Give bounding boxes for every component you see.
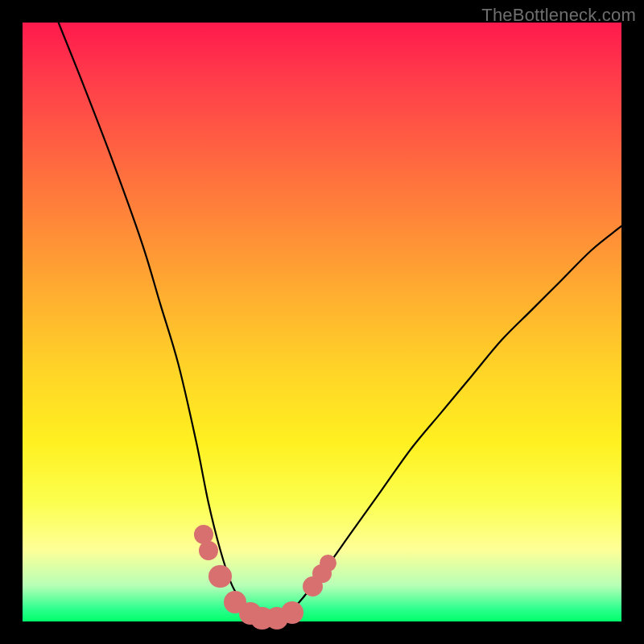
curve-marker [281,601,303,624]
gradient-plot-area [23,23,621,621]
curve-marker [320,555,336,572]
curve-svg [23,23,621,621]
chart-frame: TheBottleneck.com [0,0,644,644]
bottleneck-curve [59,23,621,624]
curve-marker [208,565,231,588]
curve-marker [199,541,218,560]
